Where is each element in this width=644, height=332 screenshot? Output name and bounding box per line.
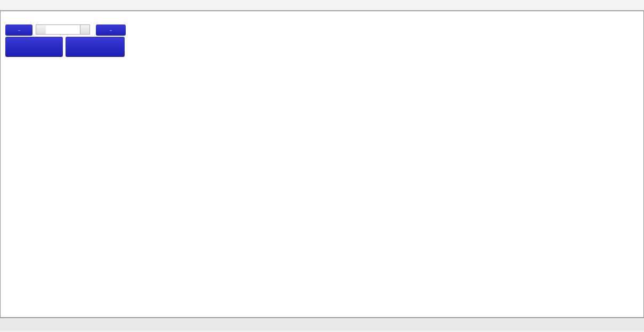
one-click-trading-panel: [5, 24, 126, 57]
chart-window: [0, 11, 644, 318]
mt4-terminal: [0, 0, 644, 332]
buy-price-display[interactable]: [66, 37, 125, 57]
chart-canvas[interactable]: [1, 11, 643, 317]
volume-input[interactable]: [46, 24, 80, 35]
sell-button[interactable]: [5, 24, 32, 36]
timeframe-toolbar: [0, 0, 644, 11]
date-axis: [1, 305, 602, 314]
sell-price-display[interactable]: [5, 37, 63, 57]
volume-increase-button[interactable]: [80, 24, 90, 35]
buy-button[interactable]: [96, 24, 126, 36]
chart-tab-bar: [0, 318, 644, 330]
volume-decrease-button[interactable]: [36, 24, 46, 35]
